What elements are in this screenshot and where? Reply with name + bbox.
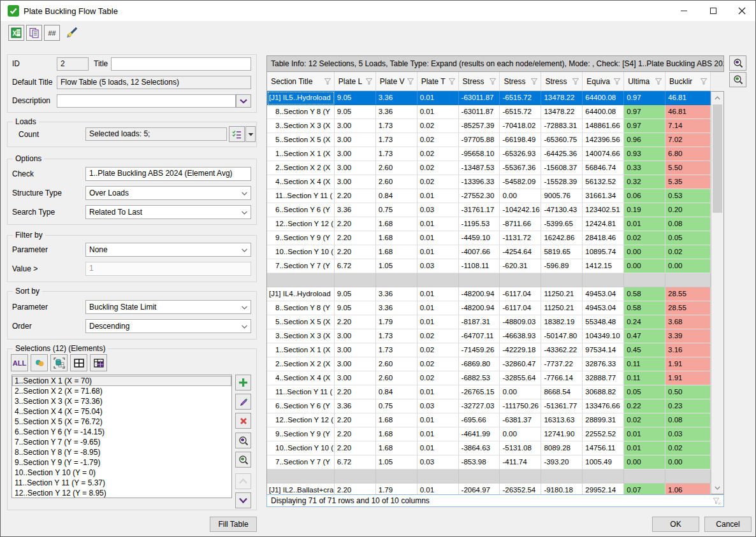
- filter-value-input[interactable]: 1: [85, 262, 251, 276]
- filter-icon[interactable]: [613, 78, 621, 85]
- filter-icon[interactable]: [448, 78, 456, 85]
- selection-list-item[interactable]: 5..Section X 5 (X = 76.72): [12, 417, 231, 427]
- column-header[interactable]: Plate T: [418, 72, 459, 90]
- selection-list-item[interactable]: 8..Section Y 8 (Y = -8.95): [12, 447, 231, 457]
- table-vertical-scrollbar[interactable]: [711, 91, 724, 494]
- table-row[interactable]: [J1] IL2..Ballast+cra2.201.790.01-2064.9…: [267, 483, 711, 494]
- cancel-button[interactable]: Cancel: [704, 517, 752, 532]
- filter-icon[interactable]: [324, 78, 331, 85]
- filter-icon[interactable]: [655, 78, 662, 85]
- filter-parameter-select[interactable]: None: [85, 243, 251, 257]
- select-elements-button[interactable]: [50, 354, 68, 371]
- column-header[interactable]: Plate V: [376, 72, 418, 90]
- description-expand-button[interactable]: [236, 94, 251, 108]
- locate-selection-button[interactable]: [235, 452, 251, 468]
- table-row[interactable]: 1..Section X 1 (X3.001.730.02-71459.26-4…: [267, 343, 711, 357]
- table-row[interactable]: 4..Section X 4 (X3.002.600.02-13396.33-5…: [267, 175, 711, 189]
- scroll-up-arrow[interactable]: [712, 92, 723, 103]
- selection-list-item[interactable]: 12..Section Y 12 (Y = 8.95): [12, 488, 231, 498]
- description-input[interactable]: [57, 94, 236, 108]
- add-selection-button[interactable]: [235, 375, 251, 390]
- selection-list-item[interactable]: 1..Section X 1 (X = 70): [12, 376, 231, 386]
- filter-icon[interactable]: [407, 78, 414, 85]
- scrollbar-thumb[interactable]: [713, 104, 722, 213]
- table-row[interactable]: 9..Section Y 9 (Y2.201.680.01-4641.990.0…: [267, 427, 711, 441]
- filter-icon[interactable]: [489, 78, 497, 85]
- filter-icon[interactable]: [700, 78, 708, 85]
- table-row[interactable]: 7..Section Y 7 (Y6.721.050.03-853.98-411…: [267, 455, 711, 469]
- zoom-green-button[interactable]: [729, 72, 746, 87]
- selection-list-item[interactable]: 4..Section X 4 (X = 75.04): [12, 406, 231, 417]
- table-row[interactable]: 5..Section X 5 (X2.201.790.01-8187.31-48…: [267, 315, 711, 329]
- select-all-button[interactable]: ALL: [11, 354, 28, 371]
- table-row[interactable]: 8..Section Y 8 (Y9.053.360.01-63011.87-6…: [267, 105, 711, 119]
- loads-dropdown-button[interactable]: [245, 126, 256, 142]
- ok-button[interactable]: OK: [652, 517, 699, 532]
- copy-table-button[interactable]: [26, 25, 42, 41]
- filter-icon[interactable]: [572, 78, 579, 85]
- select-loads-button[interactable]: [229, 126, 245, 142]
- structure-type-select[interactable]: Over Loads: [85, 186, 251, 200]
- column-header[interactable]: Equiva: [583, 72, 624, 90]
- table-row[interactable]: 6..Section Y 6 (Y3.360.750.03-32727.03-1…: [267, 399, 711, 413]
- table-row[interactable]: 5..Section X 5 (X3.001.730.02-97705.88-6…: [267, 133, 711, 147]
- table-row[interactable]: [J1] IL4..Hydroload9.053.360.01-48200.94…: [267, 287, 711, 301]
- selection-list-item[interactable]: 10..Section Y 10 (Y = 0): [12, 468, 231, 478]
- table-row[interactable]: 2..Section X 2 (X3.002.600.02-13487.53-5…: [267, 161, 711, 175]
- number-format-button[interactable]: ##: [44, 25, 60, 41]
- column-header[interactable]: Plate L: [335, 72, 376, 90]
- export-excel-button[interactable]: X: [8, 25, 24, 41]
- scroll-down-arrow[interactable]: [712, 482, 723, 493]
- table-row[interactable]: 9..Section Y 9 (Y2.201.680.01-4459.10-11…: [267, 231, 711, 245]
- table-row[interactable]: 8..Section Y 8 (Y9.053.360.01-48200.94-6…: [267, 301, 711, 315]
- grid-cells-button[interactable]: [90, 354, 107, 371]
- column-header[interactable]: Ultima: [624, 72, 665, 90]
- sort-parameter-select[interactable]: Buckling State Limit: [85, 300, 251, 314]
- search-type-select[interactable]: Related To Last: [85, 205, 251, 219]
- column-header[interactable]: Stress: [541, 72, 583, 90]
- filter-icon[interactable]: [365, 78, 373, 85]
- table-row[interactable]: 7..Section Y 7 (Y6.721.050.03-1108.11-62…: [267, 259, 711, 273]
- selection-list-item[interactable]: 2..Section X 2 (X = 71.68): [12, 386, 231, 396]
- column-header[interactable]: Stress: [459, 72, 500, 90]
- column-header[interactable]: Bucklir: [665, 72, 711, 90]
- selection-list-item[interactable]: 11..Section Y 11 (Y = 5.37): [12, 478, 231, 488]
- table-row[interactable]: 10..Section Y 10 (2.201.680.01-4007.66-4…: [267, 245, 711, 259]
- table-row[interactable]: 1..Section X 1 (X3.001.730.02-95658.10-6…: [267, 147, 711, 161]
- selection-list-item[interactable]: 7..Section Y 7 (Y = -9.65): [12, 437, 231, 447]
- delete-selection-button[interactable]: [235, 413, 251, 429]
- column-header[interactable]: Stress: [500, 72, 541, 90]
- edit-selection-button[interactable]: [235, 394, 251, 410]
- filter-clear-icon[interactable]: [713, 498, 721, 505]
- title-input[interactable]: [111, 57, 251, 71]
- table-row[interactable]: 10..Section Y 10 (2.201.680.01-3864.63-5…: [267, 441, 711, 455]
- sort-order-select[interactable]: Descending: [85, 319, 251, 333]
- move-down-button[interactable]: [235, 492, 251, 508]
- move-up-button[interactable]: [235, 473, 251, 489]
- selection-list-item[interactable]: 9..Section Y 9 (Y = -1.79): [12, 457, 231, 468]
- zoom-purple-button[interactable]: [729, 55, 746, 71]
- select-by-color-button[interactable]: [31, 354, 48, 371]
- format-brush-button[interactable]: [63, 25, 79, 41]
- table-row[interactable]: 11..Section Y 11 (2.200.840.01-27552.300…: [267, 189, 711, 203]
- table-row[interactable]: 12..Section Y 12 (2.201.680.01-695.66-63…: [267, 413, 711, 427]
- table-row[interactable]: [J1] IL5..Hydroload9.053.360.01-63011.87…: [267, 91, 711, 105]
- selection-list-item[interactable]: 6..Section Y 6 (Y = -14.15): [12, 427, 231, 437]
- maximize-button[interactable]: [699, 1, 728, 21]
- fill-table-button[interactable]: Fill Table: [210, 517, 257, 532]
- table-row[interactable]: 6..Section Y 6 (Y3.360.750.03-31761.17-1…: [267, 203, 711, 217]
- preview-selection-button[interactable]: [235, 433, 251, 448]
- table-row[interactable]: 12..Section Y 12 (2.201.680.01-1195.53-8…: [267, 217, 711, 231]
- table-row[interactable]: 2..Section X 2 (X3.002.600.02-6869.80-32…: [267, 357, 711, 371]
- table-row[interactable]: 4..Section X 4 (X3.002.600.02-6882.53-32…: [267, 371, 711, 385]
- selection-list-item[interactable]: 3..Section X 3 (X = 73.36): [12, 396, 231, 406]
- selections-listbox[interactable]: 1..Section X 1 (X = 70)2..Section X 2 (X…: [11, 375, 232, 498]
- grid-view-button[interactable]: [70, 354, 87, 371]
- id-field[interactable]: 2: [57, 57, 89, 71]
- minimize-button[interactable]: [669, 1, 699, 21]
- filter-icon[interactable]: [530, 78, 538, 85]
- column-header[interactable]: Section Title: [267, 72, 335, 90]
- table-row[interactable]: 3..Section X 3 (X3.001.730.02-85257.39-7…: [267, 119, 711, 133]
- table-row[interactable]: 3..Section X 3 (X3.001.730.02-64707.11-4…: [267, 329, 711, 343]
- close-button[interactable]: [727, 1, 756, 21]
